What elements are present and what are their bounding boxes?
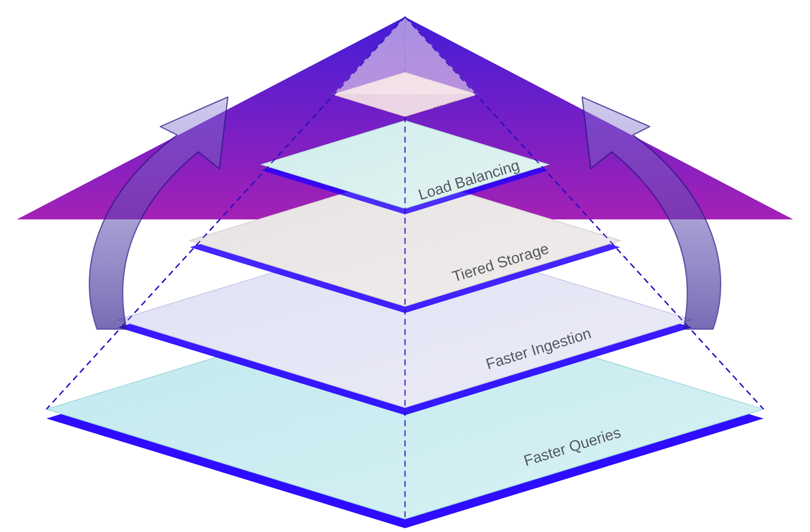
pyramid-diagram: Faster Queries Faster Ingestion Tiered S… — [0, 0, 810, 532]
